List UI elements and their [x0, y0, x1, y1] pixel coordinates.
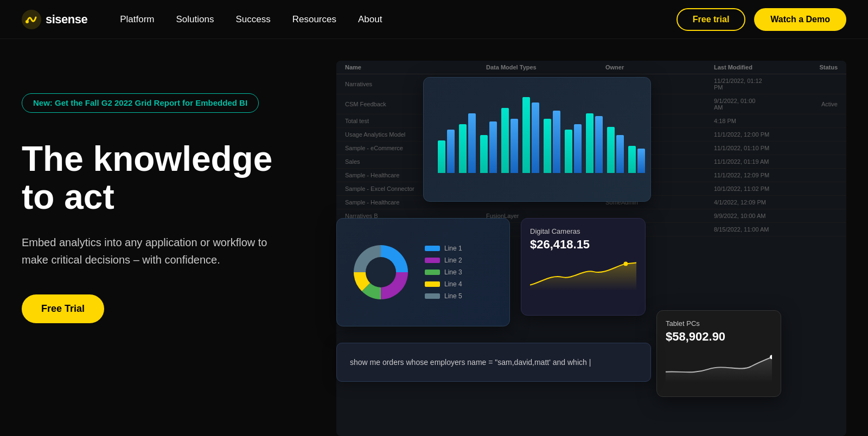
nav-resources[interactable]: Resources — [292, 14, 336, 25]
hero-content: New: Get the Fall G2 2022 Grid Report fo… — [22, 72, 304, 436]
nav-actions: Free trial Watch a Demo — [676, 8, 846, 31]
hero-title: The knowledge to act — [22, 140, 304, 216]
nav-links: Platform Solutions Success Resources Abo… — [120, 14, 676, 25]
table-header: Name Data Model Types Owner Last Modifie… — [336, 61, 846, 74]
digital-cameras-value: $26,418.15 — [530, 238, 636, 252]
svg-point-1 — [25, 20, 29, 23]
digital-cameras-label: Digital Cameras — [530, 227, 636, 235]
hero-section: New: Get the Fall G2 2022 Grid Report fo… — [0, 39, 868, 436]
announcement-badge[interactable]: New: Get the Fall G2 2022 Grid Report fo… — [22, 93, 259, 113]
tablet-pcs-label: Tablet PCs — [666, 319, 772, 328]
query-bar[interactable]: show me orders whose employers name = "s… — [336, 343, 651, 382]
pie-legend: Line 1 Line 2 Line 3 Line 4 Line 5 — [425, 245, 462, 300]
digital-sparkline — [530, 258, 636, 291]
chart-bars — [432, 86, 642, 173]
free-trial-button[interactable]: Free trial — [676, 8, 746, 31]
brand-name: sisense — [46, 12, 87, 27]
svg-point-4 — [623, 261, 628, 266]
badge-text: New: Get the Fall G2 2022 Grid Report fo… — [33, 98, 247, 107]
pie-chart-card: Line 1 Line 2 Line 3 Line 4 Line 5 — [336, 218, 510, 326]
navbar: sisense Platform Solutions Success Resou… — [0, 0, 868, 39]
pie-chart-svg — [346, 237, 416, 307]
hero-subtitle: Embed analytics into any application or … — [22, 234, 271, 268]
hero-free-trial-button[interactable]: Free Trial — [22, 294, 104, 323]
nav-solutions[interactable]: Solutions — [176, 14, 214, 25]
hero-visuals: Name Data Model Types Owner Last Modifie… — [336, 72, 846, 436]
query-text: show me orders whose employers name = "s… — [350, 358, 591, 367]
watch-demo-button[interactable]: Watch a Demo — [754, 8, 846, 31]
logo[interactable]: sisense — [22, 10, 87, 29]
svg-point-3 — [366, 257, 396, 287]
nav-platform[interactable]: Platform — [120, 14, 154, 25]
tablet-sparkline — [666, 350, 772, 383]
digital-cameras-card: Digital Cameras $26,418.15 — [521, 218, 646, 316]
tablet-pcs-value: $58,902.90 — [666, 330, 772, 344]
tablet-pcs-card: Tablet PCs $58,902.90 — [656, 310, 781, 397]
nav-success[interactable]: Success — [235, 14, 270, 25]
bar-chart-card — [423, 77, 651, 202]
nav-about[interactable]: About — [358, 14, 382, 25]
